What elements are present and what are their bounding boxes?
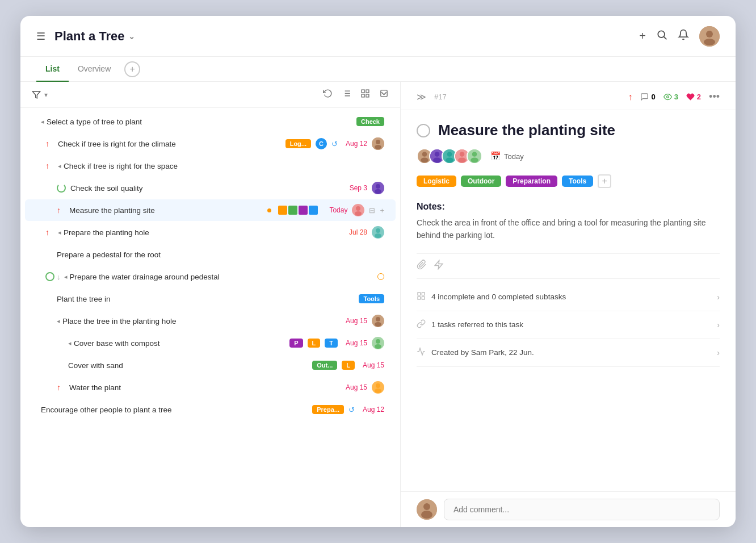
task-complete-checkbox[interactable] [417,124,430,137]
task-meta: Tools [359,294,384,303]
bell-icon[interactable] [678,29,689,43]
priority-icon: ↑ [57,206,67,215]
task-avatar [372,315,384,327]
project-title[interactable]: Plant a Tree ⌄ [54,29,135,44]
color-block-purple [299,206,308,215]
header-left: ☰ Plant a Tree ⌄ [36,29,135,44]
expand-icon: ◂ [64,273,68,281]
subtasks-info: 4 incomplete and 0 completed subtasks [417,291,566,303]
svg-point-25 [355,211,362,216]
tag-check: Check [356,117,384,126]
comment-input[interactable] [444,499,720,520]
list-view-icon[interactable] [342,89,351,101]
add-subtask-icon[interactable]: + [380,206,384,215]
svg-rect-55 [418,293,421,295]
task-row[interactable]: ◂ Place the tree in the planting hole Au… [25,310,396,332]
task-name: Prepare a pedestal for the root [57,250,384,259]
orange-dot [267,208,271,212]
refs-row[interactable]: 1 tasks referred to this task › [417,311,720,339]
tag-outdoor[interactable]: Outdoor [461,176,501,187]
task-row[interactable]: ↓ ◂ Prepare the water drainage around pe… [25,266,396,287]
link-icon [417,319,426,331]
priority-up-icon: ↑ [628,92,632,102]
detail-expand-icon[interactable]: ≫ [417,91,426,102]
grid-view-icon[interactable] [360,89,370,101]
task-meta: Today ⊟ + [278,204,384,216]
refs-label: 1 tasks referred to this task [431,320,523,329]
svg-line-1 [664,37,667,40]
task-date: Aug 12 [342,140,367,148]
chevron-down-icon: ⌄ [128,32,135,41]
add-tab-button[interactable]: + [124,61,140,77]
task-row[interactable]: ◂ Cover base with compost P L T Aug 15 [25,332,396,354]
commenter-avatar [417,499,437,520]
image-icon[interactable] [434,260,444,273]
refresh-icon[interactable] [323,89,333,101]
task-row[interactable]: Prepare a pedestal for the root [25,244,396,265]
task-list-toolbar: ▾ [20,82,400,108]
svg-point-43 [435,152,440,157]
task-name: Select a type of tree to plant [47,118,352,126]
task-row[interactable]: Plant the tree in Tools [25,288,396,310]
tab-list[interactable]: List [36,57,69,82]
refs-info: 1 tasks referred to this task [417,319,523,331]
tag-logistic[interactable]: Logistic [417,176,456,187]
subtasks-row[interactable]: 4 incomplete and 0 completed subtasks › [417,283,720,311]
filter-button[interactable]: ▾ [32,90,48,99]
comments-stat[interactable]: 0 [640,93,655,101]
priority-stat: ↑ [628,92,632,102]
progress-circle [57,183,66,193]
task-row[interactable]: ↑ ◂ Check if tree is right for the space [25,155,396,177]
color-blocks [278,206,318,215]
svg-point-41 [421,158,429,163]
tag-tools[interactable]: Tools [562,176,593,187]
created-row[interactable]: Created by Sam Park, 22 Jun. › [417,339,720,367]
task-row[interactable]: Encourage other people to plant a tree P… [25,399,396,420]
task-meta: Log... C ↺ Aug 12 [285,137,384,150]
task-meta: Sep 3 [342,182,384,194]
task-name: Check the soil quality [70,184,338,193]
add-tag-button[interactable]: + [598,174,611,188]
task-row[interactable]: ↑ Check if tree is right for the climate… [25,133,396,154]
task-name: Encourage other people to plant a tree [41,406,308,414]
hamburger-icon[interactable]: ☰ [36,30,45,43]
task-name: Cover with sand [68,361,308,370]
plus-icon[interactable]: + [639,30,646,43]
task-meta: Aug 15 [342,315,384,327]
notes-title: Notes: [417,202,720,212]
export-icon[interactable] [379,89,389,101]
notes-text: Check the area in front of the office an… [417,216,720,242]
sync-icon: ↺ [331,140,338,148]
tag-logistic: Log... [285,139,311,148]
color-block-blue [309,206,318,215]
svg-marker-5 [32,91,40,98]
task-row[interactable]: ↑ ◂ Prepare the planting hole Jul 28 [25,222,396,243]
created-info: Created by Sam Park, 22 Jun. [417,347,534,358]
task-date: Aug 15 [342,339,367,347]
due-date-label: Today [504,152,524,161]
task-row-measure-site[interactable]: ↑ Measure the planting site Today [25,199,396,221]
svg-point-3 [706,31,713,37]
task-row[interactable]: Check the soil quality Sep 3 [25,177,396,199]
task-row[interactable]: ◂ Select a type of tree to plant Check [25,111,396,132]
likes-stat[interactable]: 2 [686,93,701,101]
paperclip-icon[interactable] [417,260,427,273]
app-window: ☰ Plant a Tree ⌄ + List Overview + [20,16,736,527]
user-avatar[interactable] [699,26,720,47]
search-icon[interactable] [656,29,667,43]
svg-point-22 [375,189,381,194]
svg-marker-54 [435,260,443,269]
svg-point-53 [471,158,478,163]
task-row[interactable]: ↑ Water the plant Aug 15 [25,377,396,398]
task-date: Aug 15 [342,383,367,391]
watchers-stat[interactable]: 3 [663,93,678,101]
adjust-icon[interactable]: ⊟ [369,206,375,215]
tab-overview[interactable]: Overview [69,57,120,82]
more-options-icon[interactable]: ••• [709,91,720,103]
task-row[interactable]: Cover with sand Out... L Aug 15 [25,354,396,376]
task-name: Measure the planting site [69,206,265,215]
due-date-badge[interactable]: 📅 Today [490,151,524,161]
tag-preparation[interactable]: Preparation [506,176,557,187]
expand-icon: ◂ [41,118,44,126]
open-circle [45,272,54,281]
